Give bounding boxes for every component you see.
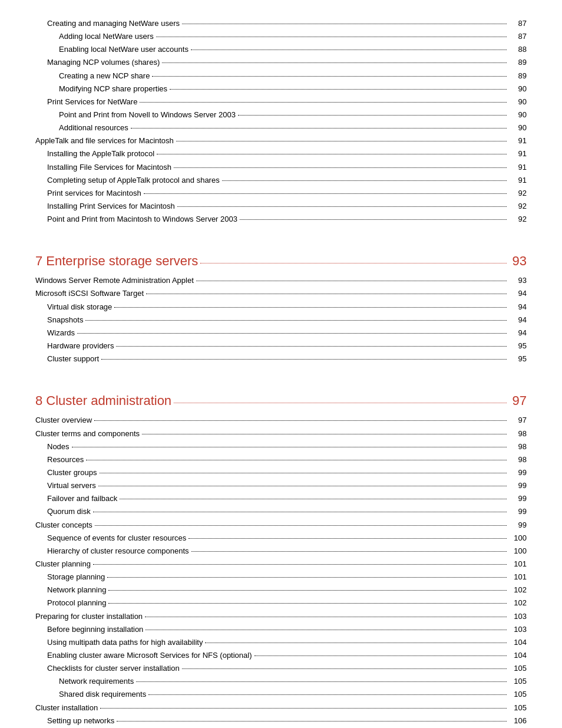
toc-dots (93, 512, 507, 512)
toc-dots (196, 281, 507, 281)
toc-entry-text: Cluster terms and components (35, 428, 140, 440)
toc-entry-page: 91 (509, 162, 527, 173)
toc-entry-page: 99 (509, 493, 527, 505)
toc-entry-text: Virtual disk storage (35, 301, 112, 313)
toc-entry-page: 102 (509, 584, 527, 596)
toc-entry-page: 94 (509, 327, 527, 339)
toc-entry: Installing Print Services for Macintosh9… (35, 200, 527, 212)
toc-entry: Creating and managing NetWare users87 (35, 18, 527, 29)
toc-entry: Modifying NCP share properties90 (35, 83, 527, 95)
toc-entry-page: 95 (509, 353, 527, 365)
toc-entry: Snapshots94 (35, 314, 527, 326)
toc-dots (100, 708, 507, 709)
toc-entry-text: Cluster support (35, 353, 99, 365)
toc-entry: Before beginning installation103 (35, 624, 527, 635)
toc-entry-text: Snapshots (35, 314, 83, 326)
toc-entry: Enabling cluster aware Microsoft Service… (35, 650, 527, 661)
chapter-page: 97 (509, 391, 527, 411)
toc-entry-page: 103 (509, 624, 527, 635)
toc-entry: Installing the AppleTalk protocol91 (35, 148, 527, 160)
toc-entry-text: Failover and failback (35, 493, 117, 505)
toc-entry-page: 98 (509, 454, 527, 466)
toc-entry: Hardware providers95 (35, 340, 527, 352)
toc-entry: Enabling local NetWare user accounts88 (35, 44, 527, 55)
toc-entry-page: 105 (509, 702, 527, 714)
toc-dots (189, 538, 507, 539)
toc-entry: Point and Print from Macintosh to Window… (35, 213, 527, 225)
toc-entry-text: Protocol planning (35, 597, 106, 609)
toc-entry-text: Print services for Macintosh (35, 187, 141, 199)
toc-entry-page: 98 (509, 428, 527, 440)
toc-entry-page: 105 (509, 676, 527, 687)
toc-entry: Cluster concepts99 (35, 519, 527, 531)
toc-dots (176, 141, 507, 141)
toc-entry: Sequence of events for cluster resources… (35, 532, 527, 544)
toc-dots (254, 655, 507, 656)
toc-dots (145, 617, 507, 617)
toc-entry-text: Hardware providers (35, 340, 114, 352)
toc-entry-text: Point and Print from Novell to Windows S… (35, 109, 236, 121)
toc-entry-text: Enabling local NetWare user accounts (35, 44, 189, 55)
toc-entry: Creating a new NCP share89 (35, 70, 527, 82)
toc-entry-text: Windows Server Remote Administration App… (35, 275, 194, 286)
toc-dots (177, 206, 507, 207)
toc-entry-text: Storage planning (35, 571, 105, 583)
chapter-heading-row: 7 Enterprise storage servers93 (35, 235, 527, 274)
toc-entry-page: 89 (509, 70, 527, 82)
toc-entry: Network requirements105 (35, 676, 527, 687)
toc-entry-text: Enabling cluster aware Microsoft Service… (35, 650, 252, 661)
toc-entry: Print Services for NetWare90 (35, 96, 527, 108)
toc-entry: Cluster planning101 (35, 558, 527, 570)
toc-entry-text: Print Services for NetWare (35, 96, 137, 108)
toc-entry: Cluster support95 (35, 353, 527, 365)
toc-entry-page: 99 (509, 480, 527, 492)
toc-entry-text: Installing Print Services for Macintosh (35, 200, 175, 212)
toc-entry-page: 94 (509, 314, 527, 326)
toc-entry-text: Completing setup of AppleTalk protocol a… (35, 174, 220, 186)
toc-entry: Cluster overview97 (35, 414, 527, 426)
toc-entry-page: 104 (509, 650, 527, 661)
toc-dots (72, 447, 507, 447)
toc-dots (157, 154, 507, 154)
toc-entry-text: Setting up networks (35, 715, 114, 727)
toc-dots (222, 180, 507, 181)
toc-dots (136, 681, 507, 682)
toc-entry: Network planning102 (35, 584, 527, 596)
toc-entry-page: 90 (509, 109, 527, 121)
toc-entry-page: 100 (509, 532, 527, 544)
toc-entry-text: Cluster groups (35, 467, 97, 479)
toc-entry-page: 99 (509, 519, 527, 531)
toc-entry-text: Managing NCP volumes (shares) (35, 57, 160, 68)
toc-entry: Cluster groups99 (35, 467, 527, 479)
toc-dots (182, 668, 507, 669)
toc-entry: Setting up networks106 (35, 715, 527, 727)
toc-entry: Quorum disk99 (35, 506, 527, 518)
toc-dots (120, 499, 507, 499)
toc-dots (94, 420, 507, 421)
toc-dots (205, 643, 507, 643)
toc-entry-text: Creating a new NCP share (35, 70, 150, 82)
toc-entry-page: 94 (509, 288, 527, 299)
toc-entry-page: 93 (509, 275, 527, 286)
toc-entry: Resources98 (35, 454, 527, 466)
toc-entry-text: Hierarchy of cluster resource components (35, 545, 189, 557)
chapter-heading-row: 8 Cluster administration97 (35, 374, 527, 413)
toc-dots (174, 167, 507, 168)
toc-entry: AppleTalk and file services for Macintos… (35, 135, 527, 147)
toc-entry-text: Network requirements (35, 676, 134, 687)
toc-entry-text: Quorum disk (35, 506, 91, 518)
toc-entry-page: 105 (509, 663, 527, 674)
toc-entry-page: 95 (509, 340, 527, 352)
toc-dots (108, 590, 507, 591)
toc-dots (100, 473, 507, 473)
chapter-title: 8 Cluster administration (35, 391, 171, 411)
toc-dots (182, 24, 507, 24)
toc-entry-page: 99 (509, 506, 527, 518)
toc-entry-text: Installing File Services for Macintosh (35, 162, 171, 173)
toc-entry-text: Point and Print from Macintosh to Window… (35, 213, 237, 225)
toc-entry-page: 89 (509, 57, 527, 68)
toc-entry-page: 101 (509, 571, 527, 583)
toc-dots (191, 551, 507, 552)
toc-entry-text: Microsoft iSCSI Software Target (35, 288, 144, 299)
toc-entry-page: 104 (509, 637, 527, 648)
